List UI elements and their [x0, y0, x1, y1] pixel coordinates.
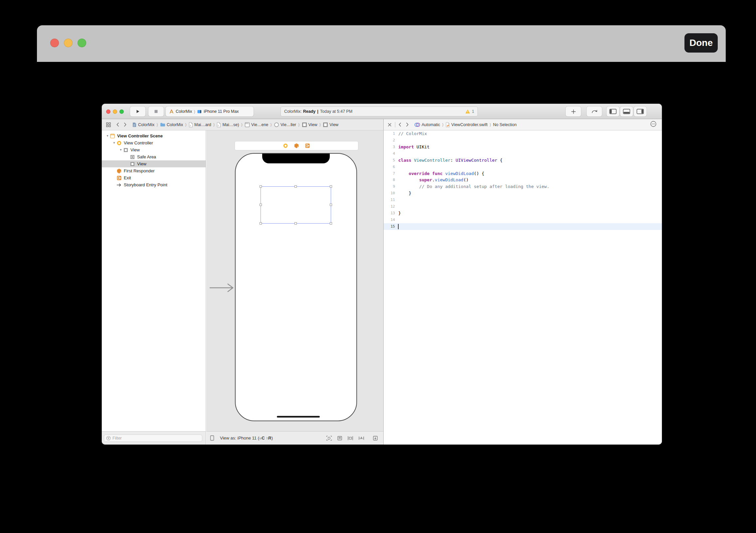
warning-badge[interactable]: 1 [465, 109, 474, 114]
code-line[interactable]: override func viewDidLoad() { [398, 170, 549, 177]
breadcrumb-item[interactable]: Mai…ard [189, 122, 211, 127]
code-line[interactable]: super.viewDidLoad() [398, 177, 549, 183]
scheme-selector[interactable]: ColorMix ⟩ iPhone 11 Pro Max [166, 106, 254, 116]
zoom-window-button[interactable] [78, 39, 86, 47]
code-line[interactable] [398, 203, 549, 210]
breadcrumb-item[interactable]: No Selection [493, 122, 517, 127]
code-line[interactable] [398, 164, 549, 170]
breadcrumb-item[interactable]: ColorMix [132, 122, 154, 127]
code-line[interactable]: } [398, 190, 549, 197]
resize-handle[interactable] [260, 204, 262, 206]
align-icon[interactable] [347, 436, 353, 441]
trait-w-value: C [262, 436, 265, 441]
outline-row[interactable]: 1First Responder [102, 167, 206, 174]
code-line[interactable] [398, 223, 549, 230]
svg-text:1: 1 [120, 171, 121, 173]
code-line[interactable] [398, 197, 549, 203]
iphone-canvas[interactable] [235, 153, 357, 421]
code-line[interactable] [398, 137, 549, 144]
toggle-debug-area-button[interactable] [620, 106, 633, 116]
breadcrumb-item[interactable]: Vie…ene [245, 122, 268, 127]
disclosure-triangle[interactable]: ▼ [112, 141, 116, 144]
minimize-window-button[interactable] [64, 39, 73, 47]
constraints-icon[interactable] [358, 436, 364, 441]
breadcrumb-item[interactable]: View [302, 122, 317, 127]
back-chevron-icon[interactable] [116, 122, 119, 127]
code-line[interactable]: } [398, 210, 549, 217]
code-line[interactable]: import UIKit [398, 144, 549, 150]
breadcrumb-item[interactable]: Mai…se) [217, 122, 239, 127]
toggle-navigator-button[interactable] [607, 106, 619, 116]
outline-label: First Responder [124, 168, 154, 173]
breadcrumb-item[interactable]: ColorMix [160, 122, 183, 127]
swift-file-icon [446, 122, 450, 127]
view-controller-dock-icon[interactable] [283, 143, 288, 148]
minimize-button[interactable] [113, 109, 117, 114]
divider [395, 122, 395, 127]
outline-row[interactable]: Storyboard Entry Point [102, 181, 206, 188]
outline-row[interactable]: ▼View Controller [102, 139, 206, 146]
resize-handle[interactable] [330, 185, 332, 188]
breadcrumb-item[interactable]: Automatic [414, 122, 440, 127]
embed-stack-icon[interactable] [337, 436, 342, 441]
done-button[interactable]: Done [684, 33, 718, 53]
line-number: 4 [384, 150, 395, 157]
device-small-icon[interactable] [210, 435, 215, 441]
window-controls [50, 39, 86, 47]
resize-handle[interactable] [294, 185, 297, 188]
close-button[interactable] [106, 109, 110, 114]
close-editor-icon[interactable] [388, 123, 392, 127]
forward-chevron-icon[interactable] [406, 122, 409, 127]
filter-input[interactable] [112, 436, 200, 441]
code-line[interactable] [398, 217, 549, 223]
toggle-inspectors-button[interactable] [634, 106, 647, 116]
activity-status-bar: ColorMix: Ready | Today at 5:47 PM 1 [281, 106, 478, 116]
add-editor-button[interactable] [566, 106, 581, 116]
breadcrumb-item[interactable]: ViewController.swift [446, 122, 487, 127]
code-line[interactable]: // ColorMix [398, 130, 549, 137]
breadcrumb-item[interactable]: Vie…ller [274, 122, 296, 127]
disclosure-triangle[interactable]: ▼ [105, 134, 110, 137]
outline-row[interactable]: View [102, 160, 206, 167]
update-frames-icon[interactable] [326, 436, 332, 441]
related-items-icon[interactable] [106, 122, 111, 127]
resize-handle[interactable] [330, 204, 332, 206]
xcode-window-controls [106, 109, 124, 114]
t-responder-icon: 1 [116, 168, 122, 174]
code-editor[interactable]: 123456789101112131415 // ColorMiximport … [383, 130, 662, 444]
resize-handle[interactable] [330, 222, 332, 225]
breadcrumb-item[interactable]: View [323, 122, 338, 127]
project-icon [132, 122, 137, 127]
outline-row[interactable]: Safe Area [102, 153, 206, 160]
storyboard-entry-arrow[interactable] [209, 282, 236, 293]
ib-canvas[interactable]: 1 [206, 130, 383, 431]
outline-row[interactable]: ▼View Controller Scene [102, 132, 206, 139]
outline-row[interactable]: ▼View [102, 146, 206, 153]
code-line[interactable] [398, 150, 549, 157]
stop-button[interactable] [148, 106, 164, 116]
resize-handle[interactable] [294, 222, 297, 225]
device-iphone-icon [197, 109, 202, 114]
selected-view[interactable] [261, 186, 331, 224]
resize-handle[interactable] [260, 185, 262, 188]
line-number: 14 [384, 217, 395, 223]
code-jump-bar: Automatic⟩ViewController.swift⟩No Select… [383, 119, 662, 130]
first-responder-dock-icon[interactable]: 1 [294, 143, 299, 148]
more-options-icon[interactable] [650, 121, 657, 127]
exit-dock-icon[interactable] [305, 143, 310, 148]
view-as-button[interactable]: View as: iPhone 11 (wChR) [220, 436, 273, 441]
resize-handle[interactable] [260, 222, 262, 225]
filter-field[interactable] [104, 435, 202, 442]
back-chevron-icon[interactable] [399, 122, 401, 127]
outline-row[interactable]: Exit [102, 174, 206, 181]
editor-orientation-button[interactable] [587, 106, 602, 116]
code-line[interactable]: class ViewController: UIViewController { [398, 157, 549, 164]
disclosure-triangle[interactable]: ▼ [118, 148, 123, 151]
resolve-icon[interactable] [373, 436, 378, 441]
run-button[interactable] [130, 106, 145, 116]
line-number: 1 [384, 130, 395, 137]
fullscreen-button[interactable] [119, 109, 124, 114]
code-line[interactable]: // Do any additional setup after loading… [398, 183, 549, 190]
forward-chevron-icon[interactable] [124, 122, 126, 127]
close-window-button[interactable] [50, 39, 59, 47]
